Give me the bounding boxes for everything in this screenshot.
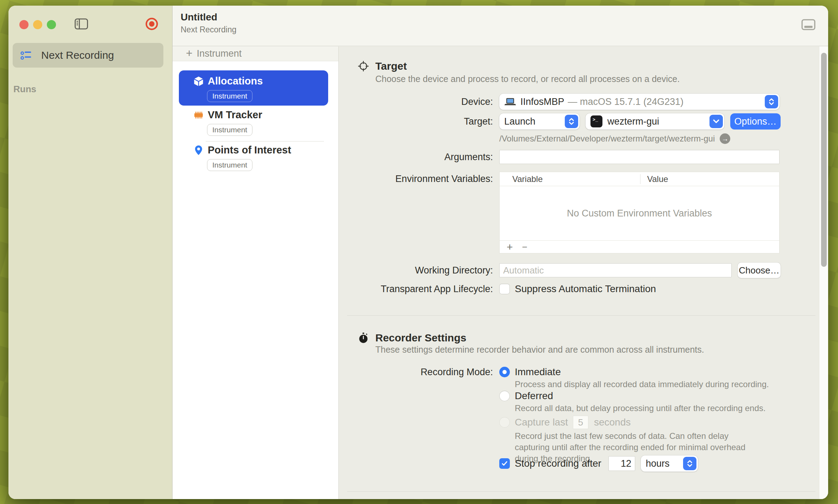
settings-pane: Target Choose the device and process to … bbox=[339, 46, 819, 499]
device-popup[interactable]: IInfosMBP — macOS 15.7.1 (24G231) bbox=[499, 94, 780, 110]
recorder-section-subtitle: These settings determine recorder behavi… bbox=[375, 345, 704, 355]
launch-popup-stepper[interactable] bbox=[565, 115, 578, 128]
working-directory-input[interactable] bbox=[499, 263, 732, 277]
runs-section-label: Runs bbox=[13, 84, 36, 95]
lifecycle-row: Transparent App Lifecycle: Suppress Auto… bbox=[339, 284, 782, 294]
suppress-termination-label: Suppress Automatic Termination bbox=[515, 283, 656, 295]
laptop-icon bbox=[504, 97, 516, 106]
stopwatch-icon bbox=[358, 332, 369, 344]
add-instrument-label: Instrument bbox=[197, 48, 242, 59]
instrument-badge: Instrument bbox=[207, 124, 252, 136]
binary-path-row: /Volumes/External/Developer/wezterm/targ… bbox=[499, 133, 730, 144]
immediate-description: Process and display all recorded data im… bbox=[515, 379, 769, 390]
target-label: Target: bbox=[339, 116, 493, 127]
instrument-item-allocations[interactable]: Allocations Instrument bbox=[179, 70, 328, 106]
arguments-input[interactable] bbox=[499, 150, 780, 164]
sidebar-icon bbox=[74, 18, 88, 30]
options-button-label: Options… bbox=[734, 116, 776, 127]
arguments-row: Arguments: bbox=[339, 150, 782, 164]
stop-unit-popup[interactable]: hours bbox=[641, 455, 698, 472]
options-button[interactable]: Options… bbox=[730, 113, 781, 130]
capture-last-label: Capture last bbox=[515, 417, 568, 428]
device-label: Device: bbox=[339, 96, 493, 107]
cube-icon bbox=[193, 76, 204, 87]
target-row: Target: Launch >_ wezterm-gui bbox=[339, 113, 782, 130]
sidebar-item-label: Next Recording bbox=[41, 49, 114, 61]
deferred-description: Record all data, but delay processing un… bbox=[515, 403, 765, 414]
binary-path: /Volumes/External/Developer/wezterm/targ… bbox=[499, 134, 715, 144]
environment-variables-label: Environment Variables: bbox=[339, 172, 493, 186]
add-env-variable-button[interactable]: + bbox=[507, 242, 513, 252]
zoom-window-button[interactable] bbox=[47, 20, 56, 29]
document-header: Untitled Next Recording bbox=[173, 6, 828, 46]
choose-button[interactable]: Choose… bbox=[738, 263, 781, 278]
memory-chip-icon bbox=[193, 109, 204, 121]
toggle-sidebar-button[interactable] bbox=[74, 18, 88, 30]
environment-variables-table[interactable]: Variable Value No Custom Environment Var… bbox=[499, 172, 780, 253]
choose-button-label: Choose… bbox=[739, 265, 780, 276]
map-pin-icon bbox=[193, 145, 204, 156]
capture-unit-label: seconds bbox=[594, 417, 631, 428]
desktop-background: Next Recording Runs Untitled Next Record… bbox=[0, 0, 838, 504]
minimize-window-button[interactable] bbox=[33, 20, 42, 29]
env-column-variable: Variable bbox=[500, 174, 543, 184]
scrollbar-thumb[interactable] bbox=[821, 53, 827, 267]
device-row: Device: IInfosMBP — macOS 15.7.1 (24G231… bbox=[339, 94, 782, 110]
traffic-lights bbox=[19, 20, 56, 29]
scrollbar-track[interactable] bbox=[819, 46, 828, 499]
sidebar-item-next-recording[interactable]: Next Recording bbox=[13, 43, 163, 68]
suppress-termination-checkbox[interactable] bbox=[499, 284, 510, 294]
instrument-list-panel: + Instrument Allocations Instrument bbox=[173, 46, 338, 499]
instrument-badge: Instrument bbox=[207, 90, 252, 102]
instrument-name: Points of Interest bbox=[208, 144, 291, 156]
stop-recording-label: Stop recording after bbox=[515, 458, 601, 469]
launch-mode-popup[interactable]: Launch bbox=[499, 113, 580, 130]
section-divider bbox=[347, 315, 815, 316]
immediate-label: Immediate bbox=[515, 366, 561, 378]
process-popup-chevron[interactable] bbox=[709, 115, 723, 128]
lifecycle-label: Transparent App Lifecycle: bbox=[339, 284, 493, 295]
env-empty-placeholder: No Custom Environment Variables bbox=[500, 186, 779, 240]
stop-unit-stepper[interactable] bbox=[683, 457, 696, 470]
instrument-name: VM Tracker bbox=[208, 109, 262, 121]
up-down-chevrons-icon bbox=[569, 118, 574, 125]
working-directory-row: Working Directory: Choose… bbox=[339, 263, 782, 278]
checkmark-icon bbox=[501, 461, 508, 466]
toggle-bottom-panel-button[interactable] bbox=[801, 19, 815, 30]
instrument-name: Allocations bbox=[208, 75, 263, 87]
recording-list-icon bbox=[20, 50, 33, 61]
up-down-chevrons-icon bbox=[769, 98, 774, 106]
instruments-window: Next Recording Runs Untitled Next Record… bbox=[8, 6, 828, 499]
instrument-item-vm-tracker[interactable]: VM Tracker Instrument bbox=[179, 104, 328, 136]
stop-duration-input[interactable] bbox=[608, 456, 635, 471]
bottom-panel-icon bbox=[801, 19, 815, 30]
remove-env-variable-button[interactable]: − bbox=[522, 242, 527, 252]
env-table-footer: + − bbox=[500, 240, 779, 253]
deferred-radio[interactable] bbox=[499, 391, 510, 401]
close-window-button[interactable] bbox=[19, 20, 29, 29]
document-subtitle: Next Recording bbox=[181, 25, 237, 34]
deferred-row: Deferred bbox=[499, 391, 828, 401]
env-table-header: Variable Value bbox=[500, 172, 779, 186]
document-title: Untitled bbox=[181, 12, 217, 23]
capture-last-radio[interactable] bbox=[499, 417, 510, 428]
recording-mode-label: Recording Mode: bbox=[339, 367, 493, 378]
plus-icon: + bbox=[186, 48, 193, 59]
environment-variables-row: Environment Variables: Variable Value No… bbox=[339, 172, 782, 253]
sidebar: Next Recording Runs bbox=[8, 6, 172, 499]
reveal-arrow-icon[interactable]: → bbox=[720, 133, 730, 144]
instrument-item-points-of-interest[interactable]: Points of Interest Instrument bbox=[179, 139, 328, 171]
immediate-radio[interactable] bbox=[499, 367, 510, 377]
add-instrument-button[interactable]: + Instrument bbox=[173, 46, 338, 61]
device-popup-stepper[interactable] bbox=[765, 95, 778, 108]
capture-seconds-input[interactable] bbox=[573, 416, 588, 429]
target-section-title: Target bbox=[375, 60, 407, 72]
chevron-down-icon bbox=[713, 118, 719, 125]
terminal-icon: >_ bbox=[590, 115, 602, 127]
record-button[interactable] bbox=[145, 17, 159, 31]
working-directory-label: Working Directory: bbox=[339, 265, 493, 276]
stop-recording-checkbox[interactable] bbox=[499, 458, 510, 469]
device-details: — macOS 15.7.1 (24G231) bbox=[568, 96, 684, 107]
env-column-divider bbox=[640, 174, 640, 184]
process-popup[interactable]: >_ wezterm-gui bbox=[586, 113, 724, 130]
